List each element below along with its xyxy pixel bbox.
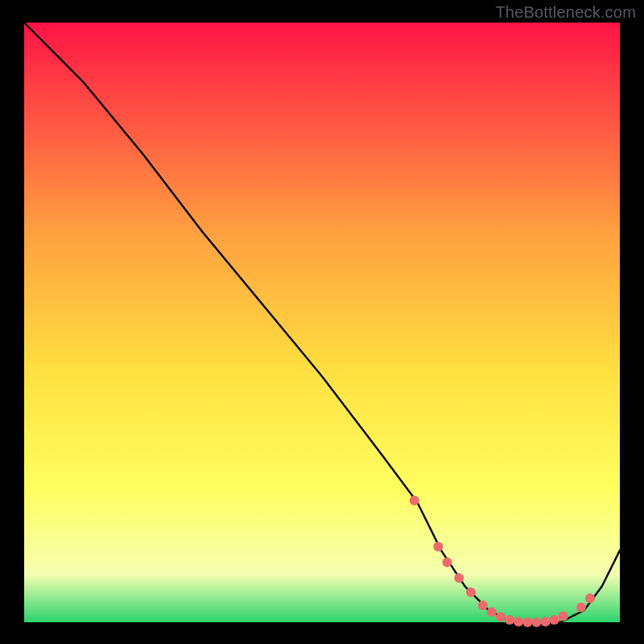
marker-dot [487,607,497,617]
chart-stage: TheBottleneck.com [0,0,644,644]
marker-dot [496,612,506,621]
marker-dot [531,617,541,627]
marker-dot [466,588,476,597]
chart-svg [0,0,644,644]
marker-dot [576,602,586,612]
marker-dot [478,601,488,610]
marker-dot [541,617,551,626]
marker-dot [410,496,419,506]
marker-dot [585,593,595,603]
gradient-panel [24,23,620,622]
marker-dot [559,612,568,621]
marker-dot [514,617,523,626]
marker-dot [522,617,532,627]
marker-dot [505,615,514,625]
marker-dot [442,558,452,568]
marker-dot [550,615,559,625]
marker-dot [433,542,443,551]
marker-dot [454,573,464,583]
watermark-text: TheBottleneck.com [495,3,636,22]
